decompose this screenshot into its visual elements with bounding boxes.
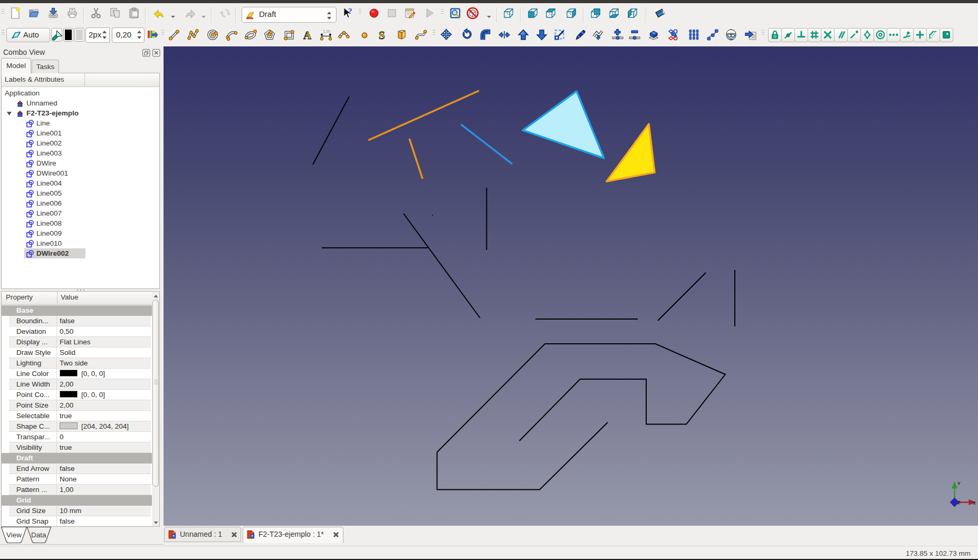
svg-text:?: ? xyxy=(348,7,352,15)
svg-text:X: X xyxy=(973,500,976,506)
svg-text:Y: Y xyxy=(957,481,961,487)
svg-text:S: S xyxy=(379,29,385,42)
svg-text:View: View xyxy=(6,531,22,539)
svg-text:Z: Z xyxy=(957,500,961,506)
svg-text:1.00: 1.00 xyxy=(323,30,331,33)
svg-text:Data: Data xyxy=(31,531,46,539)
svg-text:A: A xyxy=(303,29,312,42)
